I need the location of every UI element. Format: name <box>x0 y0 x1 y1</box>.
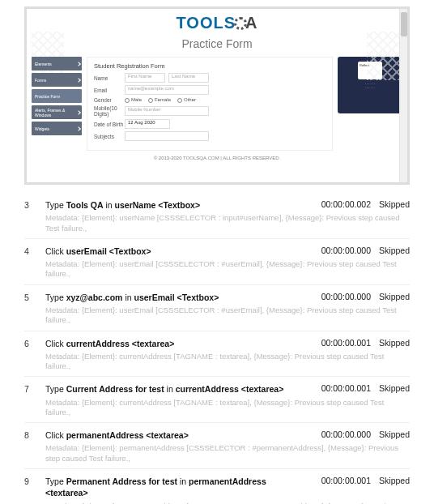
sidebar-item-label: Widgets <box>35 126 49 131</box>
first-name-input[interactable]: First Name <box>125 73 165 83</box>
step-action: Type Permanent Address for test in perma… <box>45 476 306 498</box>
step-number: 6 <box>24 338 45 348</box>
step-metadata: Metadata: {Element}: userEmail [CSSSELEC… <box>45 259 410 280</box>
log-row: 8Click permanentAddress <textarea>00:00:… <box>24 423 410 469</box>
sidebar-item-label: Elements <box>35 62 52 66</box>
sidebar-item-elements[interactable]: Elements <box>32 57 82 70</box>
step-status: Skipped <box>371 338 410 348</box>
step-metadata: Metadata: {Element}: currentAddress [TAG… <box>45 352 410 372</box>
logo-text-part1: TOOLS <box>177 14 236 32</box>
subjects-input[interactable] <box>125 131 209 141</box>
step-duration: 00:00:00.000 <box>306 246 371 255</box>
step-status: Skipped <box>371 429 410 439</box>
step-duration: 00:00:00.001 <box>306 338 371 348</box>
gender-male[interactable]: Male <box>125 97 142 102</box>
chevron-right-icon <box>76 78 81 83</box>
scrollbar[interactable] <box>399 9 407 182</box>
sidebar-item-label: Alerts, Frames & Windows <box>35 108 79 117</box>
step-number: 8 <box>24 429 45 440</box>
registration-form: Student Registration Form Name First Nam… <box>87 57 333 151</box>
bg-pattern-right <box>367 32 399 80</box>
sidebar-item-practice-form[interactable]: Practice Form <box>32 89 82 103</box>
step-metadata: Metadata: {Element}: userName [CSSSELECT… <box>45 213 410 233</box>
step-action: Type Current Address for test in current… <box>45 383 306 395</box>
step-metadata: Metadata: {Element}: userEmail [CSSSELEC… <box>45 305 410 326</box>
sidebar-item-label: Practice Form <box>35 94 60 99</box>
dob-input[interactable]: 12 Aug 2020 <box>125 119 170 129</box>
gender-female[interactable]: Female <box>148 97 171 102</box>
test-log: 3Type Tools QA in userName <Textbox>00:0… <box>0 185 434 504</box>
chevron-right-icon <box>76 126 81 131</box>
step-metadata: Metadata: {Element}: currentAddress [TAG… <box>45 398 410 418</box>
step-number: 3 <box>24 199 45 210</box>
step-action: Click userEmail <Textbox> <box>45 246 306 257</box>
gender-label: Gender <box>94 97 125 103</box>
step-duration: 00:00:00.000 <box>306 292 371 301</box>
last-name-input[interactable]: Last Name <box>168 73 209 83</box>
name-label: Name <box>94 75 125 81</box>
mobile-label: Mobile(10 Digits) <box>94 105 125 117</box>
mobile-input[interactable]: Mobile Number <box>125 106 209 116</box>
embedded-screenshot: TOOLSA Practice Form Elements Forms Prac… <box>24 6 410 185</box>
step-duration: 00:00:00.002 <box>306 199 371 209</box>
copyright-text: © 2013-2020 TOOLSQA.COM | ALL RIGHTS RES… <box>27 156 407 160</box>
step-status: Skipped <box>371 476 410 485</box>
step-duration: 00:00:00.001 <box>306 383 371 393</box>
radio-icon <box>148 98 153 103</box>
step-action: Click currentAddress <textarea> <box>45 338 306 349</box>
log-row: 4Click userEmail <Textbox>00:00:00.000Sk… <box>24 239 410 285</box>
embedded-page: TOOLSA Practice Form Elements Forms Prac… <box>27 9 407 182</box>
gear-icon <box>234 17 247 30</box>
step-number: 5 <box>24 292 45 302</box>
log-row: 3Type Tools QA in userName <Textbox>00:0… <box>24 193 410 239</box>
step-number: 7 <box>24 383 45 394</box>
page-subtitle: Practice Form <box>27 37 407 50</box>
gender-options: Male Female Other <box>125 97 196 102</box>
radio-icon <box>177 98 182 103</box>
step-status: Skipped <box>371 199 410 209</box>
email-input[interactable]: name@example.com <box>125 85 209 95</box>
sidebar-item-widgets[interactable]: Widgets <box>32 122 82 135</box>
sidebar-item-alerts[interactable]: Alerts, Frames & Windows <box>32 105 82 119</box>
form-title: Student Registration Form <box>94 62 326 70</box>
step-status: Skipped <box>371 383 410 393</box>
sidebar-item-label: Forms <box>35 78 46 83</box>
log-row: 6Click currentAddress <textarea>00:00:00… <box>24 331 410 378</box>
logo-text-part2: A <box>245 14 257 32</box>
ad-text: · · · · · ·· · · · · · <box>365 83 375 91</box>
chevron-right-icon <box>76 110 81 115</box>
sidebar-item-forms[interactable]: Forms <box>32 73 82 87</box>
step-duration: 00:00:00.001 <box>306 476 371 485</box>
toolsqa-logo: TOOLSA <box>27 14 407 32</box>
log-row: 5Type xyz@abc.com in userEmail <Textbox>… <box>24 285 410 331</box>
embedded-screenshot-wrap: TOOLSA Practice Form Elements Forms Prac… <box>0 0 434 185</box>
step-duration: 00:00:00.000 <box>306 429 371 439</box>
chevron-right-icon <box>76 62 81 66</box>
step-action: Click permanentAddress <textarea> <box>45 429 306 441</box>
step-action: Type xyz@abc.com in userEmail <Textbox> <box>45 292 306 303</box>
log-row: 7Type Current Address for test in curren… <box>24 377 410 423</box>
scrollbar-thumb[interactable] <box>401 12 407 36</box>
dob-label: Date of Birth <box>94 122 125 127</box>
step-status: Skipped <box>371 246 410 255</box>
subjects-label: Subjects <box>94 134 125 139</box>
step-number: 9 <box>24 476 45 486</box>
log-row: 9Type Permanent Address for test in perm… <box>24 469 410 504</box>
email-label: Email <box>94 88 125 93</box>
radio-icon <box>125 98 130 103</box>
step-action: Type Tools QA in userName <Textbox> <box>45 199 306 211</box>
step-status: Skipped <box>371 292 410 301</box>
step-number: 4 <box>24 246 45 256</box>
step-metadata: Metadata: {Element}: permanentAddress [C… <box>45 443 410 463</box>
gender-other[interactable]: Other <box>177 97 196 102</box>
step-metadata: Metadata: {Element}: permanentAddress [C… <box>45 502 410 505</box>
